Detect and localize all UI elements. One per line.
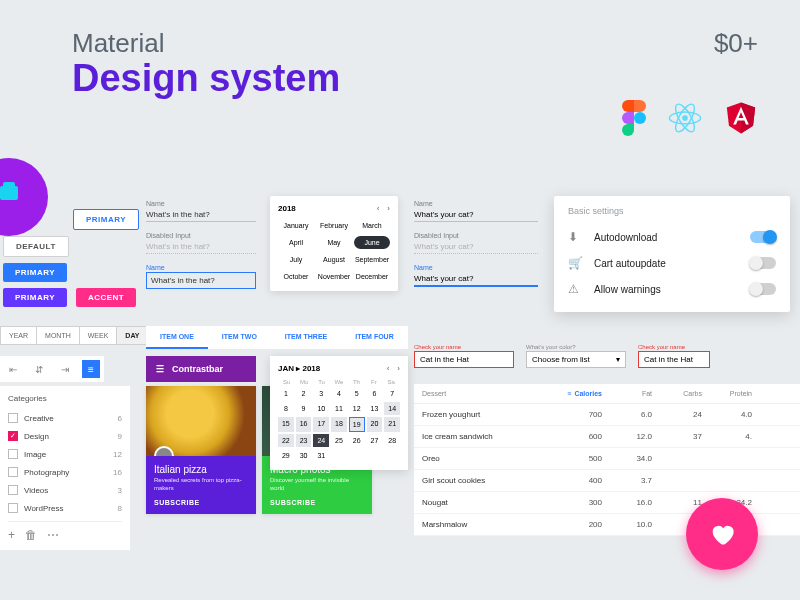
color-select[interactable]: Choose from list▾ (526, 351, 626, 368)
date-cell[interactable]: 6 (367, 387, 383, 400)
month-cell[interactable]: December (354, 270, 390, 283)
date-cell[interactable]: 21 (384, 417, 400, 432)
th-calories[interactable]: ≡Calories (542, 390, 602, 397)
align-left-icon[interactable]: ⇤ (4, 360, 22, 378)
date-picker-month[interactable]: JAN ▸ 2018 (278, 364, 320, 373)
prev-icon[interactable]: ‹ (377, 204, 380, 213)
checkbox[interactable] (8, 503, 18, 513)
date-cell[interactable]: 12 (349, 402, 365, 415)
date-cell[interactable]: 3 (313, 387, 329, 400)
date-cell[interactable]: 23 (296, 434, 312, 447)
date-cell[interactable]: 16 (296, 417, 312, 432)
date-cell[interactable]: 24 (313, 434, 329, 447)
month-cell[interactable]: January (278, 219, 314, 232)
segment-week[interactable]: WEEK (80, 327, 118, 344)
date-cell[interactable]: 28 (384, 434, 400, 447)
date-cell[interactable]: 5 (349, 387, 365, 400)
category-row[interactable]: WordPress8 (8, 499, 122, 517)
cat-active-input[interactable] (414, 272, 538, 287)
category-row[interactable]: Videos3 (8, 481, 122, 499)
date-cell[interactable]: 4 (331, 387, 347, 400)
table-row[interactable]: Girl scout cookies4003.7 (414, 470, 800, 492)
month-cell[interactable]: July (278, 253, 314, 266)
month-cell[interactable]: September (354, 253, 390, 266)
checkbox[interactable] (8, 485, 18, 495)
date-cell[interactable]: 10 (313, 402, 329, 415)
date-cell[interactable]: 1 (278, 387, 294, 400)
favorite-fab[interactable] (686, 498, 758, 570)
month-cell[interactable]: June (354, 236, 390, 249)
date-cell[interactable]: 2 (296, 387, 312, 400)
th-fat[interactable]: Fat (602, 390, 652, 397)
next-icon[interactable]: › (387, 204, 390, 213)
th-dessert[interactable]: Dessert (422, 390, 542, 397)
tab[interactable]: ITEM TWO (208, 326, 271, 349)
date-cell[interactable]: 8 (278, 402, 294, 415)
autodownload-toggle[interactable] (750, 231, 776, 243)
cart-toggle[interactable] (750, 257, 776, 269)
date-cell[interactable]: 27 (367, 434, 383, 447)
table-row[interactable]: Ice cream sandwich60012.0374. (414, 426, 800, 448)
category-row[interactable]: Image12 (8, 445, 122, 463)
date-cell[interactable]: 9 (296, 402, 312, 415)
tabs[interactable]: ITEM ONEITEM TWOITEM THREEITEM FOUR (146, 326, 408, 349)
month-cell[interactable]: April (278, 236, 314, 249)
primary-flat-button[interactable]: PRIMARY (3, 288, 67, 307)
month-cell[interactable]: March (354, 219, 390, 232)
month-cell[interactable]: May (316, 236, 352, 249)
contrast-bar[interactable]: ☰ Contrastbar (146, 356, 256, 382)
th-protein[interactable]: Protein (702, 390, 752, 397)
date-cell[interactable]: 25 (331, 434, 347, 447)
checkbox[interactable] (8, 467, 18, 477)
th-carbs[interactable]: Carbs (652, 390, 702, 397)
date-cell[interactable]: 31 (313, 449, 329, 462)
more-icon[interactable]: ⋯ (47, 528, 59, 542)
date-cell[interactable]: 22 (278, 434, 294, 447)
segmented-control[interactable]: YEARMONTHWEEKDAY (0, 326, 149, 345)
align-right-icon[interactable]: ⇥ (56, 360, 74, 378)
name-boxed-input[interactable] (146, 272, 256, 289)
subscribe-button[interactable]: SUBSCRIBE (270, 499, 364, 506)
category-row[interactable]: Photography16 (8, 463, 122, 481)
date-cell[interactable]: 29 (278, 449, 294, 462)
date-cell[interactable]: 15 (278, 417, 294, 432)
trash-icon[interactable]: 🗑 (25, 528, 37, 542)
align-center-icon[interactable]: ⇵ (30, 360, 48, 378)
category-row[interactable]: ✓Design9 (8, 427, 122, 445)
check-name-input[interactable] (414, 351, 514, 368)
tab[interactable]: ITEM THREE (271, 326, 341, 349)
primary-outline-button[interactable]: PRIMARY (73, 209, 139, 230)
date-cell[interactable]: 26 (349, 434, 365, 447)
prev-icon[interactable]: ‹ (387, 364, 390, 373)
date-cell[interactable]: 30 (296, 449, 312, 462)
checkbox[interactable] (8, 413, 18, 423)
month-cell[interactable]: October (278, 270, 314, 283)
date-cell[interactable]: 18 (331, 417, 347, 432)
date-picker[interactable]: JAN ▸ 2018 ‹› SuMoTuWeThFrSa 12345678910… (270, 356, 408, 470)
date-cell[interactable]: 7 (384, 387, 400, 400)
date-cell[interactable]: 11 (331, 402, 347, 415)
tab[interactable]: ITEM ONE (146, 326, 208, 349)
checkbox[interactable]: ✓ (8, 431, 18, 441)
category-row[interactable]: Creative6 (8, 409, 122, 427)
cat-input[interactable] (414, 208, 538, 222)
segment-day[interactable]: DAY (117, 327, 147, 344)
date-cell[interactable]: 20 (367, 417, 383, 432)
check-name2-input[interactable] (638, 351, 710, 368)
warnings-toggle[interactable] (750, 283, 776, 295)
subscribe-button[interactable]: SUBSCRIBE (154, 499, 248, 506)
month-cell[interactable]: August (316, 253, 352, 266)
month-cell[interactable]: February (316, 219, 352, 232)
checkbox[interactable] (8, 449, 18, 459)
table-row[interactable]: Oreo50034.0 (414, 448, 800, 470)
accent-button[interactable]: ACCENT (76, 288, 136, 307)
primary-button[interactable]: PRIMARY (3, 263, 67, 282)
menu-icon[interactable]: ☰ (156, 364, 164, 374)
next-icon[interactable]: › (397, 364, 400, 373)
align-justify-icon[interactable]: ≡ (82, 360, 100, 378)
default-button[interactable]: DEFAULT (3, 236, 69, 257)
tab[interactable]: ITEM FOUR (341, 326, 408, 349)
month-picker[interactable]: 2018 ‹› JanuaryFebruaryMarchAprilMayJune… (270, 196, 398, 291)
table-row[interactable]: Frozen youghurt7006.0244.0 (414, 404, 800, 426)
segment-year[interactable]: YEAR (1, 327, 37, 344)
